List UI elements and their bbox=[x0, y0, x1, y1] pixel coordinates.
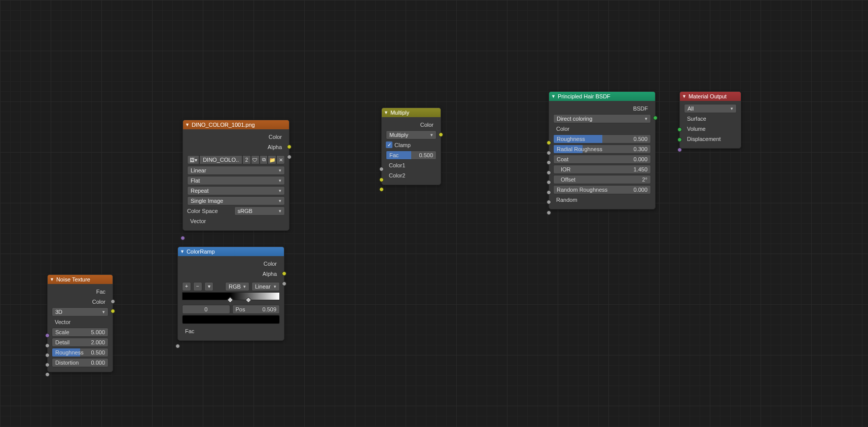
node-title: Principled Hair BSDF bbox=[558, 92, 610, 101]
mix-fac-slider[interactable]: Fac0.500 bbox=[386, 151, 437, 160]
fake-user-icon[interactable]: 🛡 bbox=[251, 155, 260, 164]
input-socket-vector[interactable] bbox=[45, 333, 50, 338]
hair-coat-slider[interactable]: Coat0.000 bbox=[553, 155, 651, 164]
hair-offset-field[interactable]: Offset2° bbox=[553, 175, 651, 184]
input-socket-distortion[interactable] bbox=[45, 372, 50, 377]
input-fac-label: Fac bbox=[185, 328, 194, 334]
node-header[interactable]: ▼ Principled Hair BSDF bbox=[549, 92, 655, 101]
input-socket-volume[interactable] bbox=[677, 137, 682, 142]
input-color1-label: Color1 bbox=[389, 162, 405, 168]
ramp-add-icon[interactable]: + bbox=[182, 282, 191, 291]
output-socket-color[interactable] bbox=[111, 309, 115, 313]
input-socket-color[interactable] bbox=[547, 140, 551, 145]
colorspace-select[interactable]: sRGB bbox=[234, 206, 285, 216]
output-socket-alpha[interactable] bbox=[287, 155, 292, 159]
input-socket-coat[interactable] bbox=[547, 170, 551, 175]
output-socket-bsdf[interactable] bbox=[653, 116, 658, 120]
node-colorramp[interactable]: ▼ ColorRamp Color Alpha + − ▾ RGB Linear… bbox=[177, 246, 284, 341]
node-header[interactable]: ▼ Multiply bbox=[382, 108, 441, 117]
node-image-texture[interactable]: ▼ DINO_COLOR_1001.png Color Alpha 🖼▾ DIN… bbox=[183, 120, 290, 231]
output-color-label: Color bbox=[92, 299, 105, 305]
output-socket-color[interactable] bbox=[439, 132, 443, 137]
open-icon[interactable]: 📁 bbox=[268, 155, 276, 164]
input-color2-label: Color2 bbox=[389, 172, 405, 179]
input-volume-label: Volume bbox=[687, 126, 706, 132]
interpolation-select[interactable]: Linear bbox=[187, 166, 285, 175]
image-users-button[interactable]: 2 bbox=[242, 155, 251, 164]
input-socket-offset[interactable] bbox=[547, 190, 551, 195]
source-select[interactable]: Single Image bbox=[187, 196, 285, 205]
node-editor-grid[interactable] bbox=[0, 0, 868, 427]
ramp-interp-select[interactable]: Linear bbox=[251, 282, 280, 291]
unlink-icon[interactable]: ✕ bbox=[276, 155, 285, 164]
node-principled-hair[interactable]: ▼ Principled Hair BSDF BSDF Direct color… bbox=[549, 91, 656, 209]
noise-roughness-slider[interactable]: Roughness0.500 bbox=[52, 348, 108, 357]
output-socket-color[interactable] bbox=[282, 271, 286, 276]
ramp-mode-select[interactable]: RGB bbox=[225, 282, 249, 291]
output-socket-fac[interactable] bbox=[111, 299, 115, 304]
output-fac-label: Fac bbox=[96, 289, 105, 295]
hair-radial-roughness-slider[interactable]: Radial Roughness0.300 bbox=[553, 145, 651, 154]
collapse-icon[interactable]: ▼ bbox=[180, 247, 185, 256]
collapse-icon[interactable]: ▼ bbox=[682, 92, 686, 101]
node-noise-texture[interactable]: ▼ Noise Texture Fac Color 3D Vector Scal… bbox=[47, 274, 113, 372]
node-header[interactable]: ▼ Noise Texture bbox=[48, 275, 113, 284]
ramp-menu-icon[interactable]: ▾ bbox=[204, 282, 213, 291]
input-vector-label: Vector bbox=[55, 319, 70, 325]
input-socket-detail[interactable] bbox=[45, 353, 50, 358]
output-alpha-label: Alpha bbox=[268, 144, 282, 150]
input-socket-roughness[interactable] bbox=[45, 363, 50, 367]
input-socket-color1[interactable] bbox=[379, 177, 384, 182]
duplicate-icon[interactable]: ⧉ bbox=[260, 155, 268, 164]
output-socket-color[interactable] bbox=[287, 145, 292, 149]
image-name-field[interactable]: DINO_COLO.. bbox=[199, 155, 242, 164]
node-material-output[interactable]: ▼ Material Output All Surface Volume Dis… bbox=[679, 91, 741, 149]
output-target-select[interactable]: All bbox=[684, 104, 737, 113]
output-color-label: Color bbox=[420, 122, 433, 128]
ramp-index-field[interactable]: 0 bbox=[182, 305, 230, 314]
projection-select[interactable]: Flat bbox=[187, 176, 285, 185]
output-socket-alpha[interactable] bbox=[282, 281, 286, 286]
input-socket-ior[interactable] bbox=[547, 180, 551, 185]
input-displacement-label: Displacement bbox=[687, 136, 721, 142]
hair-roughness-slider[interactable]: Roughness0.500 bbox=[553, 134, 651, 144]
noise-distortion-slider[interactable]: Distortion0.000 bbox=[52, 358, 108, 367]
node-header[interactable]: ▼ DINO_COLOR_1001.png bbox=[183, 120, 289, 129]
node-title: Material Output bbox=[689, 92, 727, 101]
node-header[interactable]: ▼ Material Output bbox=[680, 92, 741, 101]
input-socket-random-roughness[interactable] bbox=[547, 200, 551, 204]
hair-param-select[interactable]: Direct coloring bbox=[553, 114, 651, 123]
blend-type-select[interactable]: Multiply bbox=[386, 130, 437, 139]
node-mix-rgb[interactable]: ▼ Multiply Color Multiply ✓Clamp Fac0.50… bbox=[381, 108, 441, 185]
hair-ior-field[interactable]: IOR1.450 bbox=[553, 165, 651, 174]
input-socket-surface[interactable] bbox=[677, 127, 682, 132]
input-socket-random[interactable] bbox=[547, 210, 551, 215]
collapse-icon[interactable]: ▼ bbox=[384, 108, 388, 117]
input-socket-fac[interactable] bbox=[175, 344, 180, 348]
input-socket-color2[interactable] bbox=[379, 187, 384, 192]
collapse-icon[interactable]: ▼ bbox=[50, 275, 54, 284]
input-color-label: Color bbox=[556, 126, 569, 132]
noise-scale-slider[interactable]: Scale5.000 bbox=[52, 328, 108, 337]
hair-random-roughness-slider[interactable]: Random Roughness0.000 bbox=[553, 185, 651, 194]
noise-detail-slider[interactable]: Detail2.000 bbox=[52, 338, 108, 347]
ramp-position-field[interactable]: Pos0.509 bbox=[232, 305, 280, 314]
input-socket-scale[interactable] bbox=[45, 343, 50, 348]
input-socket-fac[interactable] bbox=[379, 167, 384, 171]
input-socket-displacement[interactable] bbox=[677, 148, 682, 152]
input-socket-roughness[interactable] bbox=[547, 151, 551, 155]
extension-select[interactable]: Repeat bbox=[187, 186, 285, 195]
node-title: Multiply bbox=[390, 108, 409, 117]
clamp-checkbox[interactable]: ✓Clamp bbox=[386, 140, 411, 150]
input-socket-vector[interactable] bbox=[180, 236, 185, 240]
ramp-remove-icon[interactable]: − bbox=[193, 282, 202, 291]
collapse-icon[interactable]: ▼ bbox=[185, 120, 190, 129]
collapse-icon[interactable]: ▼ bbox=[551, 92, 556, 101]
node-header[interactable]: ▼ ColorRamp bbox=[178, 247, 284, 256]
noise-dimensions-select[interactable]: 3D bbox=[52, 307, 108, 316]
color-ramp-gradient[interactable] bbox=[182, 292, 280, 300]
image-browse-button[interactable]: 🖼▾ bbox=[187, 155, 199, 164]
input-socket-radial-roughness[interactable] bbox=[547, 160, 551, 165]
ramp-color-swatch[interactable] bbox=[182, 315, 280, 324]
output-color-label: Color bbox=[264, 261, 277, 267]
